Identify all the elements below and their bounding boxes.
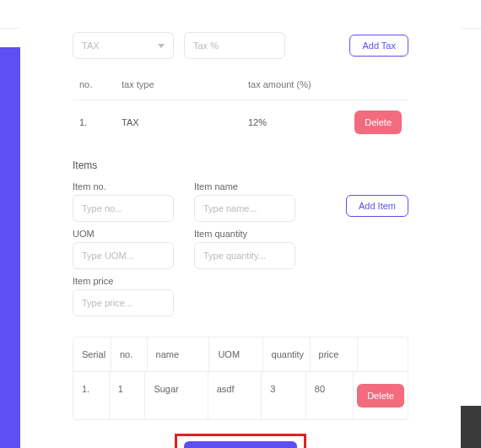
th-no: no.: [111, 337, 148, 371]
items-table: Serial no. name UOM quantity price 1. 1 …: [73, 337, 408, 420]
tax-row: 1. TAX 12% Delete: [73, 100, 408, 144]
label-quantity: Item quantity: [194, 229, 302, 239]
label-uom: UOM: [73, 229, 181, 239]
label-price: Item price: [73, 276, 181, 286]
generate-receipt-button[interactable]: Generate Receipt: [184, 441, 297, 448]
left-accent: [0, 47, 20, 448]
tax-card: TAX Tax % Add Tax no. tax type tax amoun…: [59, 29, 422, 448]
tax-type-value: TAX: [82, 40, 100, 51]
tax-row-amount: 12%: [248, 117, 354, 127]
label-item-no: Item no.: [73, 181, 181, 192]
tax-table-header: no. tax type tax amount (%): [73, 69, 408, 100]
th-name: name: [148, 337, 210, 371]
th-price: price: [311, 337, 358, 371]
td-name: Sugar: [145, 372, 208, 419]
th-uom: UOM: [209, 337, 262, 371]
td-uom: asdf: [208, 372, 262, 419]
items-title: Items: [73, 159, 408, 171]
tax-type-select[interactable]: TAX: [73, 32, 174, 59]
quantity-input[interactable]: Type quantity...: [194, 242, 295, 269]
items-table-header: Serial no. name UOM quantity price: [73, 337, 408, 372]
uom-input[interactable]: Type UOM...: [73, 242, 174, 269]
tax-percent-input[interactable]: Tax %: [184, 32, 285, 59]
tax-row-type: TAX: [122, 117, 248, 127]
add-item-button[interactable]: Add Item: [346, 195, 408, 217]
delete-item-button[interactable]: Delete: [357, 384, 404, 408]
td-no: 1: [110, 372, 146, 419]
th-serial: Serial: [73, 337, 111, 371]
items-form: Item no. Type no... UOM Type UOM... Item…: [73, 175, 408, 316]
generate-highlight: Generate Receipt: [175, 434, 306, 448]
tax-header-type: tax type: [122, 79, 248, 89]
tax-percent-placeholder: Tax %: [193, 40, 219, 51]
td-price: 80: [306, 372, 354, 419]
content: TAX Tax % Add Tax no. tax type tax amoun…: [20, 0, 461, 448]
chevron-down-icon: [158, 44, 165, 48]
item-no-input[interactable]: Type no...: [73, 195, 174, 222]
tax-header-no: no.: [79, 79, 122, 89]
td-quantity: 3: [262, 372, 306, 419]
td-serial: 1.: [73, 372, 110, 419]
right-accent: [461, 406, 481, 448]
tax-header-amount: tax amount (%): [248, 79, 348, 89]
delete-tax-button[interactable]: Delete: [354, 111, 402, 134]
add-tax-button[interactable]: Add Tax: [349, 35, 408, 57]
tax-row-no: 1.: [79, 117, 122, 127]
table-row: 1. 1 Sugar asdf 3 80 Delete: [73, 372, 408, 419]
item-name-input[interactable]: Type name...: [194, 195, 295, 222]
price-input[interactable]: Type price...: [73, 289, 174, 316]
label-item-name: Item name: [194, 181, 302, 192]
th-action: [358, 337, 408, 371]
th-quantity: quantity: [263, 337, 311, 371]
